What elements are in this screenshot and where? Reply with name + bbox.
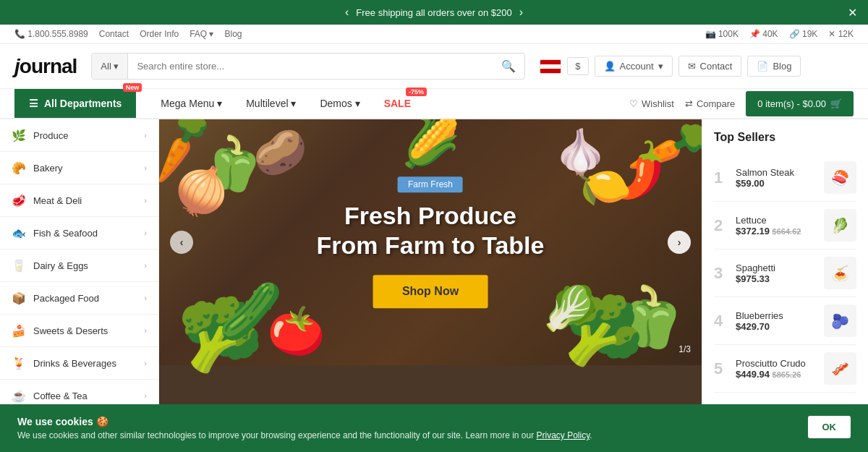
sidebar-item-packaged[interactable]: 📦 Packaged Food › bbox=[0, 282, 158, 315]
account-icon: 👤 bbox=[604, 61, 616, 72]
sidebar-item-meat-label: Meat & Deli bbox=[33, 195, 82, 206]
nav-links: Mega Menu ▾ Multilevel ▾ Demos ▾ SALE -7… bbox=[136, 89, 421, 118]
chevron-right-icon: › bbox=[144, 131, 147, 140]
seller-price-3: $975.33 bbox=[736, 273, 817, 284]
chevron-right-icon: › bbox=[144, 196, 147, 205]
seller-rank-1: 1 bbox=[714, 169, 728, 187]
seller-price-2: $372.19 $664.62 bbox=[736, 226, 817, 236]
nav-mega-menu[interactable]: Mega Menu ▾ bbox=[150, 89, 232, 118]
search-category-select[interactable]: All ▾ bbox=[92, 54, 128, 79]
sidebar-item-bakery-label: Bakery bbox=[33, 163, 62, 174]
sidebar-item-coffee-label: Coffee & Tea bbox=[33, 391, 88, 401]
chevron-right-icon: › bbox=[144, 229, 147, 237]
main-content: 🌿 Produce › 🥐 Bakery › 🥩 Meat & Deli › 🐟… bbox=[0, 119, 868, 412]
blog-header-button[interactable]: 📄 Blog bbox=[747, 56, 801, 77]
seller-rank-5: 5 bbox=[714, 359, 728, 378]
announcement-bar: ‹ Free shipping all orders over on $200 … bbox=[0, 0, 868, 25]
sale-badge: -75% bbox=[406, 88, 427, 96]
drinks-icon: 🍹 bbox=[12, 356, 26, 370]
faq-link[interactable]: FAQ ▾ bbox=[190, 29, 213, 39]
language-selector[interactable] bbox=[540, 59, 561, 74]
sidebar-item-meat[interactable]: 🥩 Meat & Deli › bbox=[0, 184, 158, 217]
contact-link[interactable]: Contact bbox=[99, 29, 129, 39]
chevron-right-icon: › bbox=[144, 163, 147, 172]
sidebar-item-fish[interactable]: 🐟 Fish & Seafood › bbox=[0, 217, 158, 250]
sidebar-item-sweets-label: Sweets & Deserts bbox=[33, 325, 108, 336]
fish-icon: 🐟 bbox=[12, 226, 26, 240]
bakery-icon: 🥐 bbox=[12, 161, 26, 175]
seller-info-3: Spaghetti $975.33 bbox=[736, 263, 817, 284]
seller-info-2: Lettuce $372.19 $664.62 bbox=[736, 215, 817, 236]
seller-item-5[interactable]: 5 Prosciutto Crudo $449.94 $865.26 🥓 bbox=[714, 345, 856, 393]
account-button[interactable]: 👤 Account ▾ bbox=[595, 56, 673, 77]
sidebar-item-produce[interactable]: 🌿 Produce › bbox=[0, 119, 158, 152]
utility-right: 📷 100K 📌 40K 🔗 19K ✕ 12K bbox=[705, 29, 854, 39]
header-actions: $ 👤 Account ▾ ✉ Contact 📄 Blog bbox=[540, 56, 801, 77]
hero-title-line2: From Farm to Table bbox=[317, 231, 545, 260]
seller-item-1[interactable]: 1 Salmon Steak $59.00 🍣 bbox=[714, 154, 856, 202]
seller-item-2[interactable]: 2 Lettuce $372.19 $664.62 🥬 bbox=[714, 202, 856, 250]
seller-price-4: $429.70 bbox=[736, 321, 817, 332]
seller-rank-4: 4 bbox=[714, 312, 728, 331]
seller-info-5: Prosciutto Crudo $449.94 $865.26 bbox=[736, 358, 817, 380]
seller-info-1: Salmon Steak $59.00 bbox=[736, 167, 817, 189]
sidebar-item-fish-label: Fish & Seafood bbox=[33, 228, 98, 239]
sidebar-item-dairy[interactable]: 🥛 Dairy & Eggs › bbox=[0, 250, 158, 282]
sidebar-item-drinks[interactable]: 🍹 Drinks & Beverages › bbox=[0, 347, 158, 380]
seller-price-5: $449.94 $865.26 bbox=[736, 369, 817, 380]
cookie-notice: We use cookies 🍪 We use cookies and othe… bbox=[0, 404, 868, 452]
shop-now-button[interactable]: Shop Now bbox=[373, 275, 488, 308]
nav-right-actions: ♡ Wishlist ⇄ Compare 0 item(s) - $0.00 🛒 bbox=[629, 91, 854, 116]
contact-icon: ✉ bbox=[688, 61, 696, 72]
top-sellers-title: Top Sellers bbox=[714, 131, 856, 144]
hero-content: Farm Fresh Fresh Produce From Farm to Ta… bbox=[317, 176, 545, 308]
instagram-stat: 📷 100K bbox=[705, 29, 739, 39]
coffee-icon: ☕ bbox=[12, 388, 26, 403]
cart-button[interactable]: 0 item(s) - $0.00 🛒 bbox=[746, 91, 854, 116]
sidebar: 🌿 Produce › 🥐 Bakery › 🥩 Meat & Deli › 🐟… bbox=[0, 119, 159, 412]
sidebar-item-bakery[interactable]: 🥐 Bakery › bbox=[0, 152, 158, 184]
header: journal All ▾ 🔍 $ 👤 Account ▾ ✉ Contact … bbox=[0, 44, 868, 89]
seller-image-4: 🫐 bbox=[824, 304, 856, 337]
slider-next-button[interactable]: › bbox=[668, 231, 691, 254]
announcement-close-button[interactable]: ✕ bbox=[848, 6, 857, 20]
cookie-body: We use cookies and other similar technol… bbox=[17, 430, 793, 440]
hamburger-icon: ☰ bbox=[29, 98, 38, 109]
sidebar-item-sweets[interactable]: 🍰 Sweets & Deserts › bbox=[0, 315, 158, 347]
new-badge: New bbox=[123, 83, 142, 92]
nav-multilevel[interactable]: Multilevel ▾ bbox=[236, 89, 306, 118]
currency-selector[interactable]: $ bbox=[567, 57, 588, 75]
announcement-next-button[interactable]: › bbox=[512, 6, 530, 19]
all-departments-button[interactable]: ☰ All Departments New bbox=[14, 89, 136, 118]
nav-sale[interactable]: SALE -75% bbox=[374, 89, 421, 118]
compare-icon: ⇄ bbox=[685, 98, 693, 109]
compare-button[interactable]: ⇄ Compare bbox=[685, 98, 735, 109]
slider-prev-button[interactable]: ‹ bbox=[170, 231, 193, 254]
seller-info-4: Blueberries $429.70 bbox=[736, 310, 817, 332]
privacy-policy-link[interactable]: Privacy Policy bbox=[537, 430, 590, 440]
chevron-right-icon: › bbox=[144, 294, 147, 302]
contact-header-button[interactable]: ✉ Contact bbox=[678, 56, 742, 77]
cart-icon: 🛒 bbox=[830, 98, 842, 109]
logo[interactable]: journal bbox=[14, 55, 77, 78]
seller-price-1: $59.00 bbox=[736, 178, 817, 189]
search-input[interactable] bbox=[128, 54, 493, 79]
cookie-ok-button[interactable]: OK bbox=[808, 416, 851, 438]
announcement-prev-button[interactable]: ‹ bbox=[338, 6, 356, 19]
seller-name-2: Lettuce bbox=[736, 215, 817, 226]
search-button[interactable]: 🔍 bbox=[493, 54, 524, 79]
order-info-link[interactable]: Order Info bbox=[140, 29, 179, 39]
hero-background: 🥕 🫑 🥦 🧅 🥒 🥔 🍅 🥕 🌶️ 🫑 🥦 🍋 🧄 🥬 🌽 bbox=[159, 119, 702, 365]
sidebar-item-dairy-label: Dairy & Eggs bbox=[33, 260, 88, 271]
seller-item-3[interactable]: 3 Spaghetti $975.33 🍝 bbox=[714, 250, 856, 297]
wishlist-button[interactable]: ♡ Wishlist bbox=[629, 98, 674, 109]
pinterest-stat: 📌 40K bbox=[749, 29, 778, 39]
account-chevron: ▾ bbox=[658, 61, 663, 72]
blog-link-utility[interactable]: Blog bbox=[225, 29, 242, 39]
seller-item-4[interactable]: 4 Blueberries $429.70 🫐 bbox=[714, 297, 856, 345]
seller-rank-3: 3 bbox=[714, 264, 728, 283]
twitter-stat: ✕ 12K bbox=[828, 29, 854, 39]
nav-demos[interactable]: Demos ▾ bbox=[310, 89, 370, 118]
sidebar-item-drinks-label: Drinks & Beverages bbox=[33, 358, 116, 369]
link-stat: 🔗 19K bbox=[789, 29, 818, 39]
